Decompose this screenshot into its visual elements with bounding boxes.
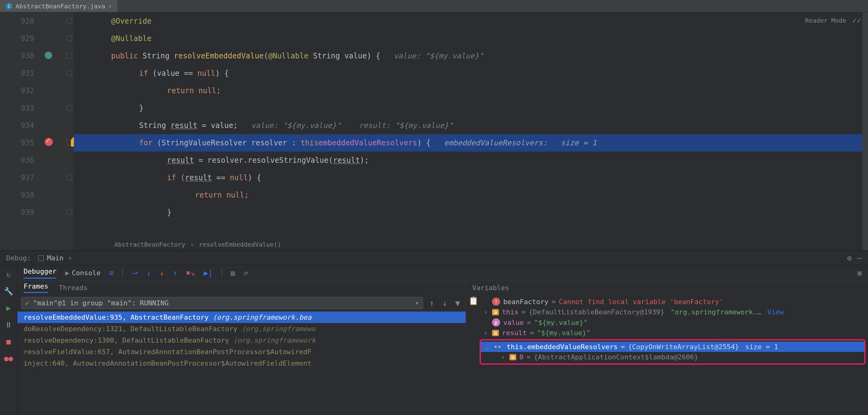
breadcrumb[interactable]: AbstractBeanFactory › resolveEmbeddedVal… [114, 239, 281, 250]
inlay-hint: size = 1 [561, 134, 597, 152]
param: value [344, 47, 367, 65]
error-stripe[interactable] [862, 12, 868, 250]
line-number: 939 [0, 204, 34, 221]
drop-frame-icon[interactable]: ✖↘ [186, 269, 195, 277]
current-execution-line: for (StringValueResolver resolver : this… [74, 134, 868, 152]
close-icon[interactable]: × [68, 255, 72, 261]
tab-title: AbstractBeanFactory.java [16, 2, 105, 10]
resume-icon[interactable]: ▶ [4, 304, 13, 313]
variable-row[interactable]: !beanFactory = Cannot find local variabl… [479, 296, 868, 307]
debug-config-tab[interactable]: Main × [36, 254, 73, 262]
gear-icon[interactable]: ⚙ [847, 254, 851, 263]
variable-row[interactable]: ›≡result = "${my.value}" [479, 328, 868, 338]
frames-tab[interactable]: Frames [24, 283, 48, 293]
view-link[interactable]: View [767, 308, 784, 316]
keyword: null; [198, 82, 221, 99]
step-into-icon[interactable]: ↓ [147, 269, 151, 277]
line-number: 936 [0, 152, 34, 169]
gutter-marks [40, 12, 65, 250]
chevron-down-icon: ▾ [415, 299, 419, 307]
reader-mode-label[interactable]: Reader Mode [805, 17, 846, 24]
filter-icon[interactable]: ▼ [453, 298, 462, 308]
run-to-cursor-icon[interactable]: ▶| [204, 269, 213, 277]
inspection-ok-icon[interactable]: ✓✓ [852, 16, 862, 25]
console-tab[interactable]: ▶Console [65, 269, 101, 277]
variables-list[interactable]: !beanFactory = Cannot find local variabl… [479, 294, 868, 366]
keyword: return [195, 186, 222, 204]
line-number: 932 [0, 82, 34, 99]
text: } [167, 204, 172, 221]
fold-icon[interactable] [66, 53, 72, 58]
line-number: 928 [0, 12, 34, 30]
layout-icon[interactable]: ▣ [858, 269, 862, 277]
frame-row[interactable]: resolveEmbeddedValue:935, AbstractBeanFa… [18, 312, 466, 323]
trace-icon[interactable]: ⇄ [244, 269, 248, 277]
fold-icon[interactable] [66, 35, 72, 41]
keyword: this [301, 134, 318, 152]
param-icon: p [492, 318, 500, 326]
breakpoint-icon[interactable] [45, 138, 53, 146]
debug-toolbar: Debugger ▶Console ≡ ⤻ ↓ ↓ ↑ ✖↘ ▶| ▦ ⇄ ▣ [18, 265, 868, 281]
frame-row[interactable]: resolveFieldValue:657, AutowiredAnnotati… [18, 346, 466, 358]
keyword: return [167, 82, 194, 99]
debug-header: Debug: Main × ⚙ — [0, 251, 868, 265]
override-icon[interactable] [45, 52, 52, 59]
expand-icon[interactable]: › [499, 353, 506, 361]
frames-list[interactable]: resolveEmbeddedValue:935, AbstractBeanFa… [18, 312, 466, 415]
variable: result [170, 117, 197, 134]
stop-icon[interactable]: ■ [4, 337, 13, 346]
close-icon[interactable]: × [108, 3, 112, 9]
keyword: for [139, 134, 152, 152]
fold-icon[interactable] [66, 175, 72, 180]
fold-icon[interactable] [66, 18, 72, 24]
keyword: null; [226, 186, 249, 204]
variable-row[interactable]: pvalue = "${my.value}" [479, 317, 868, 328]
step-over-icon[interactable]: ⤻ [132, 269, 138, 277]
variable-row[interactable]: ⌄👓this.embeddedValueResolvers = {CopyOnW… [481, 342, 864, 352]
rerun-icon[interactable]: ↻ [4, 270, 13, 279]
threads-tab[interactable]: Threads [59, 284, 88, 292]
variable-row[interactable]: ›≡0 = {AbstractApplicationContext$lambda… [481, 352, 864, 362]
watch-icon: 👓 [493, 343, 502, 351]
text: } [139, 99, 144, 117]
run-config-icon [38, 255, 44, 261]
keyword: public [111, 47, 138, 65]
next-frame-icon[interactable]: ↓ [440, 298, 449, 308]
debugger-tab[interactable]: Debugger [24, 267, 57, 279]
wrench-icon[interactable]: 🔧 [4, 287, 13, 296]
text: = value; [197, 117, 238, 134]
debug-panel: Debug: Main × ⚙ — ↻ 🔧 ▶ ⏸ ■ ●● Debugger [0, 250, 868, 415]
prev-frame-icon[interactable]: ↑ [428, 298, 436, 308]
thread-selector[interactable]: ✓ "main"@1 in group "main": RUNNING ▾ [21, 297, 423, 309]
pause-icon[interactable]: ⏸ [4, 321, 13, 329]
play-icon: ▶ [65, 269, 69, 277]
fold-icon[interactable] [66, 209, 72, 215]
code-area[interactable]: @Override @Nullable public String resolv… [74, 12, 868, 250]
line-number: 938 [0, 186, 34, 204]
force-step-into-icon[interactable]: ↓ [160, 269, 164, 277]
collapse-icon[interactable]: ⌄ [483, 343, 490, 351]
step-out-icon[interactable]: ↑ [173, 269, 177, 277]
variable: result [167, 152, 194, 169]
inlay-hint: result: "${my.value}" [359, 117, 453, 134]
annotation: @Override [111, 12, 152, 30]
evaluate-icon[interactable]: ▦ [231, 269, 235, 277]
fold-icon[interactable] [66, 105, 72, 111]
frame-row[interactable]: inject:640, AutowiredAnnotationBeanPostP… [18, 358, 466, 369]
variable-row[interactable]: ›≡this = {DefaultListableBeanFactory@193… [479, 307, 868, 317]
frame-row[interactable]: resolveDependency:1300, DefaultListableB… [18, 334, 466, 346]
breadcrumb-class[interactable]: AbstractBeanFactory [114, 236, 185, 250]
type: String [143, 47, 169, 65]
expand-icon[interactable]: › [482, 308, 489, 316]
file-tab[interactable]: C AbstractBeanFactory.java × [0, 0, 117, 12]
breadcrumb-method[interactable]: resolveEmbeddedValue() [199, 236, 281, 250]
annotation: @Nullable [111, 30, 152, 47]
view-breakpoints-icon[interactable]: ●● [4, 354, 13, 363]
clipboard-icon[interactable]: 📋 [468, 296, 478, 305]
fold-icon[interactable] [66, 70, 72, 76]
frame-row[interactable]: doResolveDependency:1321, DefaultListabl… [18, 323, 466, 334]
inlay-hint: embeddedValueResolvers: [444, 134, 547, 152]
text: ) { [215, 65, 229, 82]
threads-icon[interactable]: ≡ [109, 269, 114, 277]
minimize-icon[interactable]: — [858, 254, 862, 263]
